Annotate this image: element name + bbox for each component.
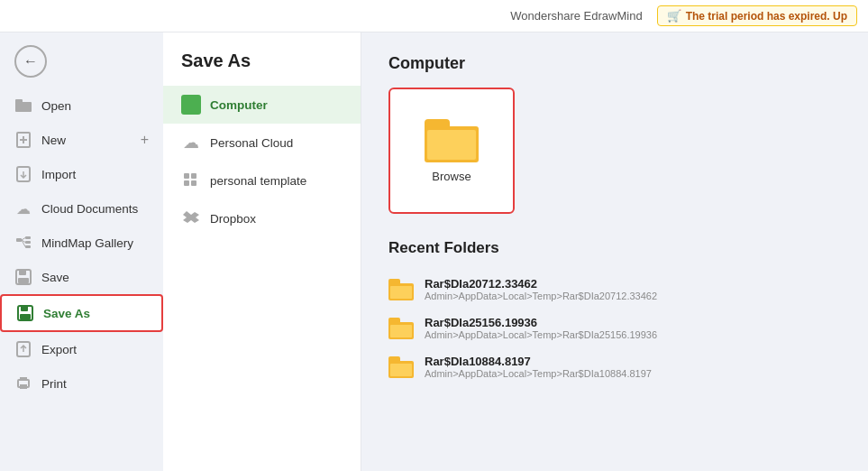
brand-label: Wondershare EdrawMind (510, 9, 642, 23)
save-as-icon (16, 304, 34, 322)
save-icon (14, 268, 32, 286)
svg-rect-21 (191, 180, 196, 186)
recent-folder-name-0: Rar$DIa20712.33462 (425, 277, 657, 291)
svg-rect-2 (25, 236, 31, 239)
recent-folder-item-1[interactable]: Rar$DIa25156.19936 Admin>AppData>Local>T… (388, 309, 841, 347)
panel-label-personal-template: personal template (210, 174, 306, 188)
svg-rect-12 (21, 306, 28, 311)
sidebar-label-print: Print (41, 377, 67, 391)
svg-rect-20 (184, 180, 189, 186)
browse-card[interactable]: Browse (388, 88, 515, 214)
sidebar-label-save: Save (41, 271, 69, 284)
export-icon (14, 340, 32, 358)
trial-text: The trial period has expired. Up (686, 10, 847, 23)
browse-label: Browse (432, 170, 471, 183)
recent-folder-item-2[interactable]: Rar$DIa10884.8197 Admin>AppData>Local>Te… (388, 347, 841, 386)
folder-large-icon (425, 119, 479, 162)
section-title: Computer (388, 54, 841, 73)
recent-folder-path-2: Admin>AppData>Local>Temp>Rar$DIa10884.81… (425, 368, 652, 379)
recent-folder-path-0: Admin>AppData>Local>Temp>Rar$DIa20712.33… (425, 291, 657, 301)
recent-title: Recent Folders (388, 239, 841, 257)
folder-sm-icon-1 (388, 318, 414, 339)
import-icon (14, 165, 32, 183)
recent-folder-text-1: Rar$DIa25156.19936 Admin>AppData>Local>T… (425, 316, 657, 340)
sidebar-label-save-as: Save As (43, 307, 90, 320)
sidebar-item-save[interactable]: Save (0, 260, 163, 294)
sidebar-label-export: Export (41, 343, 77, 356)
personal-cloud-icon: ☁ (181, 133, 201, 152)
content-panel: Computer Browse Recent Folders Rar$DIa20… (361, 32, 868, 471)
main-layout: ← Open New + (0, 32, 868, 471)
panel-label-personal-cloud: Personal Cloud (210, 136, 293, 150)
sidebar-item-print[interactable]: Print (0, 366, 163, 401)
svg-rect-3 (25, 241, 31, 244)
folder-sm-icon-0 (388, 279, 414, 300)
sidebar-item-open[interactable]: Open (0, 88, 163, 123)
sidebar-item-mindmap[interactable]: MindMap Gallery (0, 226, 163, 260)
sidebar-label-import: Import (41, 168, 76, 181)
recent-folder-name-1: Rar$DIa25156.19936 (425, 316, 657, 329)
sidebar-label-new: New (41, 134, 66, 147)
sidebar-item-export[interactable]: Export (0, 332, 163, 366)
panel-label-computer: Computer (210, 98, 268, 112)
svg-rect-9 (19, 270, 26, 275)
svg-rect-19 (191, 173, 196, 179)
panel-item-dropbox[interactable]: Dropbox (163, 199, 361, 237)
personal-template-icon (181, 171, 201, 190)
svg-rect-13 (20, 314, 31, 319)
panel-item-computer[interactable]: Computer (163, 86, 361, 124)
recent-folder-name-2: Rar$DIa10884.8197 (425, 355, 652, 368)
recent-folder-text-2: Rar$DIa10884.8197 Admin>AppData>Local>Te… (425, 355, 652, 379)
sidebar: ← Open New + (0, 32, 163, 471)
sidebar-label-mindmap: MindMap Gallery (41, 236, 133, 250)
dropbox-icon (181, 208, 201, 228)
svg-rect-1 (16, 238, 22, 242)
svg-rect-17 (20, 384, 27, 389)
top-bar: Wondershare EdrawMind 🛒 The trial period… (0, 0, 868, 32)
new-file-icon (14, 131, 32, 149)
svg-line-5 (22, 238, 25, 241)
panel-label-dropbox: Dropbox (210, 212, 256, 226)
trial-badge[interactable]: 🛒 The trial period has expired. Up (657, 5, 857, 26)
recent-folder-item-0[interactable]: Rar$DIa20712.33462 Admin>AppData>Local>T… (388, 270, 841, 309)
sidebar-item-import[interactable]: Import (0, 157, 163, 191)
print-icon (14, 374, 32, 392)
cloud-icon: ☁ (14, 199, 32, 217)
computer-icon (181, 95, 201, 115)
folder-sm-icon-2 (388, 356, 414, 378)
sidebar-label-cloud: Cloud Documents (41, 202, 138, 216)
plus-icon: + (141, 132, 149, 148)
recent-folder-path-1: Admin>AppData>Local>Temp>Rar$DIa25156.19… (425, 329, 657, 340)
sidebar-item-new[interactable]: New + (0, 123, 163, 157)
sidebar-label-open: Open (41, 99, 71, 113)
recent-folder-text-0: Rar$DIa20712.33462 Admin>AppData>Local>T… (425, 277, 657, 301)
svg-rect-4 (25, 245, 31, 248)
sidebar-item-cloud-documents[interactable]: ☁ Cloud Documents (0, 191, 163, 226)
svg-rect-16 (20, 377, 27, 381)
back-button[interactable]: ← (14, 45, 47, 78)
panel-item-personal-template[interactable]: personal template (163, 162, 361, 199)
folder-open-icon (14, 97, 32, 115)
panel-item-personal-cloud[interactable]: ☁ Personal Cloud (163, 124, 361, 162)
svg-rect-10 (18, 278, 29, 283)
sidebar-item-save-as[interactable]: Save As (0, 294, 163, 332)
middle-panel: Save As Computer ☁ Personal Cloud person… (163, 32, 361, 471)
cart-icon: 🛒 (667, 9, 681, 23)
panel-title: Save As (163, 51, 361, 86)
svg-rect-18 (184, 173, 189, 179)
mindmap-icon (14, 234, 32, 252)
